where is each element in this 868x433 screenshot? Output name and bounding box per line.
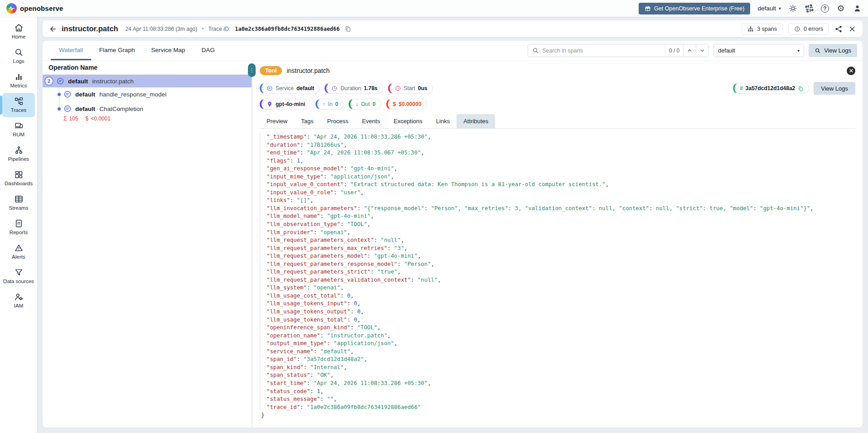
settings-icon[interactable]: ⚙ bbox=[836, 4, 845, 13]
view-logs-label: View Logs bbox=[824, 47, 851, 54]
close-icon[interactable] bbox=[848, 25, 856, 33]
pin-icon bbox=[267, 101, 273, 107]
logs-icon bbox=[14, 48, 24, 57]
chip-glyph-icon: ↑ bbox=[322, 101, 325, 107]
theme-icon[interactable] bbox=[788, 4, 797, 13]
tab-dag[interactable]: DAG bbox=[194, 41, 223, 60]
sidebar-item-label: Data sources bbox=[3, 279, 34, 284]
collapse-dot-icon[interactable] bbox=[58, 107, 61, 111]
spans-count-badge[interactable]: 3 spans bbox=[742, 23, 783, 35]
tab-links[interactable]: Links bbox=[429, 114, 456, 128]
brand-name: openobserve bbox=[20, 5, 63, 12]
view-logs-button[interactable]: View Logs bbox=[809, 44, 857, 57]
service-chip: Servicedefault bbox=[260, 83, 320, 94]
attribute-line-llm_observation_type: "llm_observation_type": "TOOL", bbox=[260, 221, 855, 229]
sidebar-item-alerts[interactable]: Alerts bbox=[2, 240, 35, 264]
help-icon[interactable]: ? bbox=[821, 5, 829, 13]
llm-meta-chips: gpt-4o-mini↑In0↓Out0$$0.00000 bbox=[260, 99, 427, 110]
span-row-handle-response-model[interactable]: default handle_response_model bbox=[43, 87, 252, 101]
collapse-dot-icon[interactable] bbox=[58, 93, 61, 96]
view-logs-button[interactable]: View Logs bbox=[814, 82, 855, 95]
sidebar-item-traces[interactable]: Traces bbox=[2, 93, 35, 117]
copy-icon[interactable] bbox=[798, 86, 804, 91]
share-icon[interactable] bbox=[834, 25, 843, 33]
attribute-line-input_value_0_role: "input_value_0_role": "user", bbox=[260, 189, 855, 197]
chevron-down-icon: ▾ bbox=[797, 48, 800, 53]
waterfall-pane: Operation Name 2 default instructor.patc… bbox=[43, 61, 252, 428]
errors-count-badge[interactable]: 0 errors bbox=[788, 23, 829, 35]
chip-label: In bbox=[328, 101, 333, 107]
sidebar-item-iam[interactable]: IAM bbox=[2, 289, 35, 313]
tab-exceptions[interactable]: Exceptions bbox=[387, 114, 429, 128]
close-detail-icon[interactable] bbox=[847, 67, 855, 75]
splitter-handle-icon[interactable]: ⋮ bbox=[248, 63, 256, 77]
span-row-instructor-patch[interactable]: 2 default instructor.patch bbox=[43, 75, 252, 87]
profile-icon[interactable] bbox=[853, 4, 862, 13]
trace-header-actions: 3 spans 0 errors bbox=[742, 23, 856, 35]
slack-icon[interactable] bbox=[805, 4, 814, 13]
copy-icon[interactable] bbox=[344, 25, 351, 32]
span-detail-header: Tool instructor.patch bbox=[260, 63, 855, 78]
chip-label: Service bbox=[276, 85, 294, 91]
back-icon[interactable] bbox=[49, 25, 57, 33]
sidebar-item-label: Home bbox=[12, 34, 26, 40]
chevron-down-icon: ▾ bbox=[779, 6, 781, 11]
attribute-line-span_kind: "span_kind": "Internal", bbox=[260, 364, 855, 372]
trace-panes: Operation Name 2 default instructor.patc… bbox=[43, 61, 863, 428]
clock-icon bbox=[395, 85, 401, 91]
sidebar-item-label: Traces bbox=[11, 107, 27, 113]
sidebar-item-reports[interactable]: Reports bbox=[2, 215, 35, 240]
span-service-icon bbox=[63, 90, 72, 98]
trace-body: WaterfallFlame GraphService MapDAG 0 / 0 bbox=[43, 41, 863, 428]
span-meta-row-1: ServicedefaultDuration1.78sStart0us # 3a… bbox=[260, 82, 855, 95]
pane-splitter[interactable]: ⋮ bbox=[252, 61, 252, 428]
sidebar-item-logs[interactable]: Logs bbox=[2, 44, 35, 68]
start-chip: Start0us bbox=[388, 83, 433, 94]
tab-preview[interactable]: Preview bbox=[260, 114, 294, 128]
span-detail-title: instructor.patch bbox=[286, 67, 330, 74]
sidebar-item-streams[interactable]: Streams bbox=[2, 191, 35, 215]
attribute-line-flags: "flags": 1, bbox=[260, 157, 855, 165]
sidebar-item-metrics[interactable]: Metrics bbox=[2, 68, 35, 93]
data-sources-icon bbox=[14, 268, 24, 277]
get-enterprise-button[interactable]: Get OpenObserve Enterprise (Free) bbox=[639, 3, 750, 14]
app-root: openobserve Get OpenObserve Enterprise (… bbox=[0, 0, 868, 433]
error-icon bbox=[794, 26, 800, 32]
sidebar-item-label: Dashboards bbox=[5, 181, 33, 187]
span-row-chatcompletion[interactable]: default ChatCompletion bbox=[43, 102, 252, 115]
sidebar-item-data-sources[interactable]: Data sources bbox=[2, 264, 35, 289]
in-chip: ↑In0 bbox=[315, 99, 344, 110]
next-match-button[interactable] bbox=[696, 44, 708, 57]
children-count-badge[interactable]: 2 bbox=[44, 77, 53, 86]
tab-flame-graph[interactable]: Flame Graph bbox=[91, 41, 143, 60]
tab-process[interactable]: Process bbox=[320, 114, 355, 128]
clock-icon bbox=[331, 85, 338, 91]
tab-events[interactable]: Events bbox=[355, 114, 387, 128]
topbar: openobserve Get OpenObserve Enterprise (… bbox=[0, 0, 868, 17]
service-icon bbox=[267, 85, 273, 91]
sidebar-item-rum[interactable]: RUM bbox=[2, 117, 35, 142]
sitemap-icon bbox=[747, 26, 754, 32]
tab-waterfall[interactable]: Waterfall bbox=[51, 41, 91, 60]
duration-chip: Duration1.78s bbox=[325, 83, 383, 94]
tab-service-map[interactable]: Service Map bbox=[143, 41, 194, 60]
tab-attributes[interactable]: Attributes bbox=[456, 114, 495, 128]
chip-value: gpt-4o-mini bbox=[276, 101, 305, 107]
sidebar-item-home[interactable]: Home bbox=[2, 19, 35, 44]
span-operation-name: instructor.patch bbox=[92, 78, 134, 85]
attribute-line-trace_id: "trace_id": "1a0e2c386a09fb8dc7634192886… bbox=[260, 404, 855, 412]
prev-match-button[interactable] bbox=[683, 44, 696, 57]
attribute-line-output_mime_type: "output_mime_type": "application/json", bbox=[260, 340, 855, 348]
sidebar-item-label: Pipelines bbox=[8, 156, 29, 162]
tab-tags[interactable]: Tags bbox=[294, 114, 320, 128]
search-in-spans-input[interactable] bbox=[542, 48, 665, 54]
org-selector[interactable]: default ▾ bbox=[757, 5, 781, 12]
sidebar-item-pipelines[interactable]: Pipelines bbox=[2, 142, 35, 166]
sidebar-item-dashboards[interactable]: Dashboards bbox=[2, 166, 35, 191]
openobserve-logo[interactable]: openobserve bbox=[6, 3, 63, 14]
attribute-line-llm_request_parameters_model: "llm_request_parameters_model": "gpt-4o-… bbox=[260, 252, 855, 260]
stream-selector[interactable]: default ▾ bbox=[713, 44, 804, 57]
attribute-line-input_mime_type: "input_mime_type": "application/json", bbox=[260, 173, 855, 181]
alerts-icon bbox=[14, 243, 24, 253]
gift-icon bbox=[645, 5, 651, 12]
